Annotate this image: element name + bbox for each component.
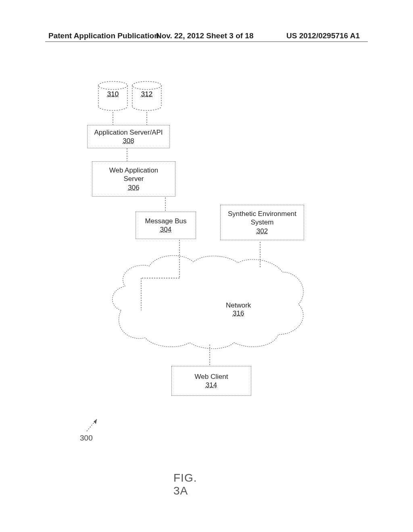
web-client-label: Web Client bbox=[195, 372, 228, 381]
web-client-box: Web Client 314 bbox=[171, 366, 251, 396]
page: Patent Application Publication Nov. 22, … bbox=[0, 0, 413, 532]
application-server-api-ref: 308 bbox=[123, 137, 134, 145]
connectors-svg bbox=[0, 0, 413, 532]
web-application-server-label1: Web Application bbox=[109, 166, 159, 175]
svg-point-12 bbox=[98, 81, 127, 89]
message-bus-label: Message Bus bbox=[145, 217, 187, 225]
svg-point-13 bbox=[132, 81, 161, 89]
figure-label: FIG. 3A bbox=[173, 472, 197, 497]
web-client-ref: 314 bbox=[206, 381, 217, 389]
application-server-api-box: Application Server/API 308 bbox=[87, 125, 170, 148]
db-left-ref: 310 bbox=[107, 90, 119, 98]
database-cylinder-right: 312 bbox=[131, 81, 163, 110]
network-label-group: Network 316 bbox=[226, 301, 251, 318]
synthetic-environment-ref: 302 bbox=[257, 227, 268, 235]
message-bus-box: Message Bus 304 bbox=[136, 212, 196, 239]
database-cylinder-left: 310 bbox=[97, 81, 129, 110]
message-bus-ref: 304 bbox=[160, 225, 171, 234]
network-ref: 316 bbox=[233, 310, 244, 317]
web-application-server-box: Web Application Server 306 bbox=[92, 161, 175, 197]
figure-reference-number: 300 bbox=[80, 434, 93, 443]
db-right-ref: 312 bbox=[141, 90, 152, 98]
network-label: Network bbox=[226, 301, 251, 310]
web-application-server-label2: Server bbox=[123, 175, 144, 183]
synthetic-environment-label2: System bbox=[251, 218, 274, 227]
web-application-server-ref: 306 bbox=[128, 183, 139, 192]
application-server-api-label: Application Server/API bbox=[94, 128, 163, 137]
synthetic-environment-label1: Synthetic Environment bbox=[228, 210, 296, 218]
svg-marker-11 bbox=[94, 419, 97, 424]
synthetic-environment-system-box: Synthetic Environment System 302 bbox=[220, 205, 304, 240]
